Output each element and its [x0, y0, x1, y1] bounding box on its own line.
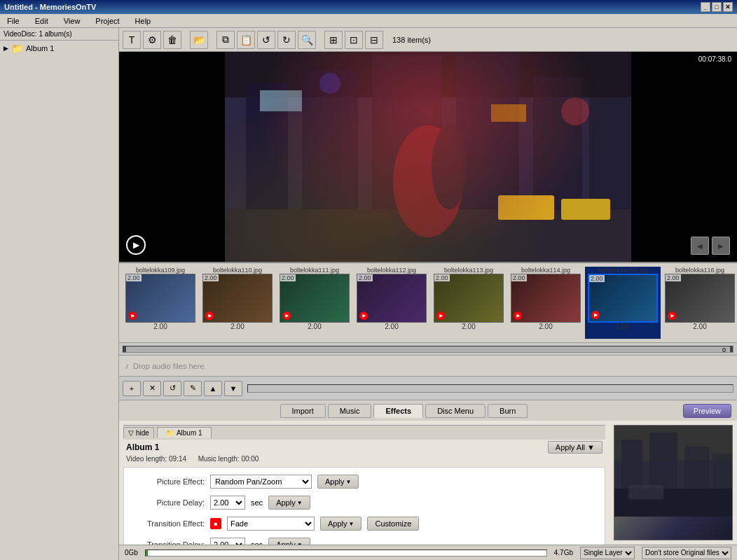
- filmstrip-item-3[interactable]: boltelokka112.jpg ▶ 2.00 2.00: [354, 267, 429, 339]
- film-duration-bottom-1: 2.00: [202, 323, 273, 330]
- thumb-icon-3: ▶: [359, 312, 368, 320]
- picture-delay-unit: sec: [251, 498, 263, 507]
- copy-button[interactable]: ⧉: [216, 31, 235, 49]
- nav-prev-button[interactable]: ◀: [691, 237, 709, 255]
- filmstrip-item-2[interactable]: boltelokka111.jpg ▶ 2.00 2.00: [277, 267, 352, 339]
- apply-all-button[interactable]: Apply All ▼: [548, 441, 602, 454]
- storage-used: 0Gb: [125, 549, 138, 556]
- tab-music[interactable]: Music: [328, 404, 372, 418]
- filmstrip-item-7[interactable]: boltelokka116.jpg ▶ 2.00 2.00: [662, 267, 737, 339]
- transition-effect-row: Transition Effect: ■ Fade Apply Customiz…: [135, 517, 594, 531]
- preview-canvas: [225, 52, 631, 262]
- svg-rect-3: [302, 69, 358, 237]
- reset-button[interactable]: ↺: [163, 381, 181, 396]
- view-medium-button[interactable]: ⊡: [345, 31, 363, 49]
- svg-rect-7: [589, 97, 631, 237]
- tab-effects[interactable]: Effects: [373, 404, 423, 418]
- hide-toggle[interactable]: ▽ hide: [123, 427, 154, 438]
- filmstrip-item-1[interactable]: boltelokka110.jpg ▶ 2.00 2.00: [200, 267, 275, 339]
- right-content: T ⚙ 🗑 📂 ⧉ 📋 ↺ ↻ 🔍 ⊞ ⊡ ⊟ 138 item(s): [119, 28, 737, 560]
- filmstrip-item-5[interactable]: boltelokka114.jpg ▶ 2.00 2.00: [508, 267, 584, 339]
- filmstrip-item-0[interactable]: boltelokka109.jpg ▶ 2.00 2.00: [123, 267, 198, 339]
- storage-bar-fill: [146, 550, 148, 556]
- effects-button[interactable]: ⚙: [143, 31, 161, 49]
- film-thumb-6: ▶ 2.00: [588, 274, 658, 323]
- separator-1: [184, 31, 188, 49]
- customize-button[interactable]: Customize: [367, 517, 419, 531]
- picture-effect-label: Picture Effect:: [135, 477, 205, 486]
- delete-button[interactable]: 🗑: [163, 31, 181, 49]
- film-thumb-1: ▶ 2.00: [202, 274, 273, 323]
- preview-button[interactable]: Preview: [683, 404, 731, 418]
- transition-effect-select[interactable]: Fade: [227, 517, 315, 531]
- tab-bar: Import Music Effects Disc Menu Burn Prev…: [119, 400, 737, 421]
- edit-button[interactable]: ✎: [184, 381, 202, 396]
- album-tab-label: Album 1: [177, 429, 202, 437]
- svg-rect-24: [628, 485, 663, 499]
- menu-file[interactable]: File: [3, 16, 24, 26]
- album-tree-item[interactable]: ▶ 📁 Album 1: [0, 41, 118, 56]
- thumb-icon-0: ▶: [128, 312, 137, 320]
- film-thumb-3: ▶ 2.00: [357, 274, 427, 323]
- film-label-2: boltelokka111.jpg: [290, 267, 339, 274]
- menu-view[interactable]: View: [60, 16, 85, 26]
- up-button[interactable]: ▲: [204, 381, 222, 396]
- tabs: Import Music Effects Disc Menu Burn: [280, 404, 528, 418]
- folder-icon: 📁: [11, 43, 23, 54]
- layer-select[interactable]: Single Layer: [580, 547, 635, 559]
- transition-delay-select[interactable]: 2.00: [210, 538, 245, 545]
- film-duration-top-4: 2.00: [434, 274, 450, 281]
- film-thumb-4: ▶ 2.00: [434, 274, 504, 323]
- filmstrip[interactable]: boltelokka109.jpg ▶ 2.00 2.00 boltelokka…: [119, 263, 737, 342]
- film-duration-top-1: 2.00: [203, 274, 219, 281]
- filmstrip-item-4[interactable]: boltelokka113.jpg ▶ 2.00 2.00: [431, 267, 507, 339]
- rotate-right-button[interactable]: ↻: [277, 31, 296, 49]
- apply-picture-effect-label: Apply: [325, 477, 345, 486]
- film-duration-bottom-0: 2.00: [125, 323, 195, 330]
- tab-import[interactable]: Import: [280, 404, 326, 418]
- menu-edit[interactable]: Edit: [31, 16, 53, 26]
- store-select[interactable]: Don't store Original files: [642, 547, 731, 559]
- apply-transition-delay-button[interactable]: Apply: [268, 538, 310, 545]
- rotate-left-button[interactable]: ↺: [257, 31, 275, 49]
- film-duration-bottom-2: 2.00: [280, 323, 350, 330]
- apply-transition-effect-button[interactable]: Apply: [320, 517, 361, 531]
- zoom-in-button[interactable]: 🔍: [298, 31, 316, 49]
- text-button[interactable]: T: [123, 31, 141, 49]
- import-button[interactable]: 📂: [190, 31, 208, 49]
- view-small-button[interactable]: ⊞: [324, 31, 343, 49]
- apply-picture-delay-button[interactable]: Apply: [268, 496, 310, 510]
- tab-disc-menu[interactable]: Disc Menu: [425, 404, 485, 418]
- remove-button[interactable]: ✕: [143, 381, 161, 396]
- play-button[interactable]: ▶: [126, 235, 146, 255]
- picture-delay-select[interactable]: 2.00: [210, 496, 245, 510]
- add-button[interactable]: +: [123, 381, 141, 396]
- timeline-scrollbar[interactable]: [247, 384, 733, 393]
- close-button[interactable]: ✕: [723, 2, 733, 12]
- picture-effect-select[interactable]: Random Pan/Zoom: [210, 475, 312, 489]
- film-label-0: boltelokka109.jpg: [136, 267, 185, 274]
- audio-icon: ♪: [125, 361, 129, 371]
- minimize-button[interactable]: _: [701, 2, 710, 12]
- thumb-icon-2: ▶: [282, 312, 291, 320]
- paste-button[interactable]: 📋: [237, 31, 255, 49]
- thumb-preview-image: [614, 426, 732, 540]
- down-button[interactable]: ▼: [224, 381, 242, 396]
- thumb-icon-1: ▶: [205, 312, 214, 320]
- nav-next-button[interactable]: ▶: [712, 237, 730, 255]
- film-thumb-0: ▶ 2.00: [125, 274, 195, 323]
- svg-rect-13: [260, 90, 302, 111]
- title-bar-controls[interactable]: _ □ ✕: [701, 2, 733, 12]
- tab-burn[interactable]: Burn: [488, 404, 528, 418]
- maximize-button[interactable]: □: [712, 2, 722, 12]
- album-title: Album 1: [126, 442, 159, 452]
- film-duration-top-3: 2.00: [357, 274, 373, 281]
- menu-project[interactable]: Project: [91, 16, 123, 26]
- menu-help[interactable]: Help: [131, 16, 156, 26]
- album-tab[interactable]: 📁 Album 1: [157, 427, 212, 438]
- filmstrip-item-6[interactable]: boltelokka115.jpg ▶ 2.00 2.00: [585, 267, 661, 339]
- view-large-button[interactable]: ⊟: [365, 31, 383, 49]
- apply-picture-effect-button[interactable]: Apply: [317, 475, 359, 489]
- tree-expand-icon[interactable]: ▶: [4, 45, 8, 52]
- main-container: VideoDisc: 1 album(s) ▶ 📁 Album 1 T ⚙ 🗑 …: [0, 28, 737, 560]
